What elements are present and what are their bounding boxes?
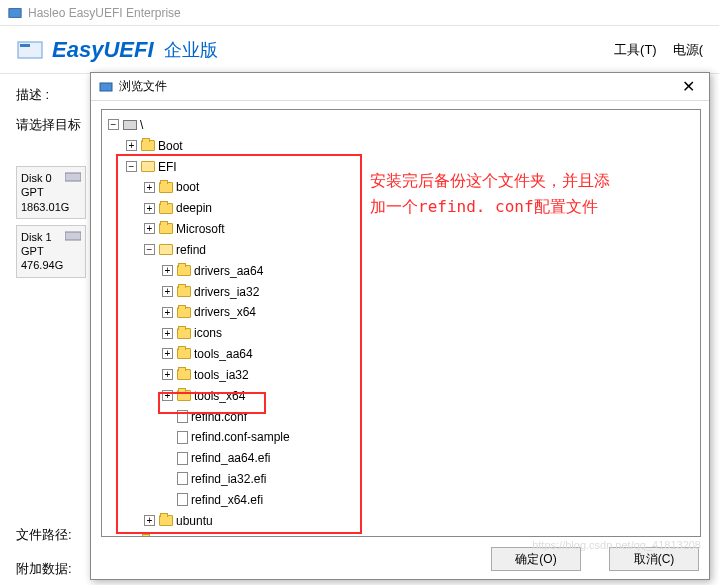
expander-icon[interactable]: − <box>108 119 119 130</box>
brand-edition: 企业版 <box>164 38 218 62</box>
drive-icon <box>123 120 137 130</box>
folder-icon <box>177 286 191 297</box>
expander-icon[interactable]: + <box>144 223 155 234</box>
file-icon <box>177 493 188 506</box>
tree-tools-x64[interactable]: +tools_x64 <box>162 385 694 406</box>
expander-icon[interactable]: + <box>162 328 173 339</box>
folder-icon <box>141 536 155 537</box>
browse-dialog: 浏览文件 ✕ −\ +Boot −EFI +boot +deepin <box>90 72 710 580</box>
svg-rect-3 <box>65 173 81 181</box>
disk-item-0[interactable]: Disk 0 GPT 1863.01G <box>16 166 86 219</box>
expander-icon[interactable]: + <box>162 348 173 359</box>
folder-icon <box>177 369 191 380</box>
expander-icon[interactable]: + <box>162 369 173 380</box>
tree-icons[interactable]: +icons <box>162 322 694 343</box>
svg-rect-4 <box>65 232 81 240</box>
label-extradata: 附加数据: <box>16 560 72 578</box>
folder-icon <box>159 182 173 193</box>
app-header: EasyUEFI 企业版 工具(T) 电源( <box>0 26 719 74</box>
cancel-button[interactable]: 取消(C) <box>609 547 699 571</box>
tree-refind-ia32-efi[interactable]: refind_ia32.efi <box>162 468 694 489</box>
folder-icon <box>177 348 191 359</box>
folder-icon <box>177 390 191 401</box>
folder-icon <box>159 203 173 214</box>
tree-view[interactable]: −\ +Boot −EFI +boot +deepin +Microsoft −… <box>101 109 701 537</box>
file-icon <box>177 431 188 444</box>
tree-refind-x64-efi[interactable]: refind_x64.efi <box>162 489 694 510</box>
folder-open-icon <box>141 161 155 172</box>
folder-icon <box>177 265 191 276</box>
expander-icon[interactable]: + <box>144 515 155 526</box>
tree-refind-conf-sample[interactable]: refind.conf-sample <box>162 426 694 447</box>
tree-drivers-aa64[interactable]: +drivers_aa64 <box>162 260 694 281</box>
expander-icon[interactable]: − <box>144 244 155 255</box>
menu-bar: 工具(T) 电源( <box>614 41 703 59</box>
expander-icon[interactable]: + <box>162 390 173 401</box>
svg-rect-2 <box>20 44 30 47</box>
folder-icon <box>177 328 191 339</box>
folder-icon <box>177 307 191 318</box>
expander-icon[interactable]: + <box>126 140 137 151</box>
label-filepath: 文件路径: <box>16 526 72 544</box>
expander-icon[interactable]: − <box>126 161 137 172</box>
ok-button[interactable]: 确定(O) <box>491 547 581 571</box>
tree-refind-aa64-efi[interactable]: refind_aa64.efi <box>162 447 694 468</box>
disk-icon <box>65 230 81 242</box>
disk-size: 1863.01G <box>21 200 81 214</box>
tree-tools-ia32[interactable]: +tools_ia32 <box>162 364 694 385</box>
logo-icon <box>16 36 44 64</box>
tree-drivers-x64[interactable]: +drivers_x64 <box>162 301 694 322</box>
tree-sysvol[interactable]: +System Volume Information <box>126 531 694 537</box>
dialog-titlebar: 浏览文件 ✕ <box>91 73 709 101</box>
disk-list: Disk 0 GPT 1863.01G Disk 1 GPT 476.94G <box>16 166 86 284</box>
app-icon <box>8 6 22 20</box>
folder-open-icon <box>159 244 173 255</box>
brand-name: EasyUEFI <box>52 37 154 63</box>
label-target: 请选择目标 <box>16 116 92 134</box>
menu-power[interactable]: 电源( <box>673 41 703 59</box>
disk-icon <box>65 171 81 183</box>
disk-type: GPT <box>21 244 81 258</box>
expander-icon[interactable]: + <box>162 265 173 276</box>
disk-item-1[interactable]: Disk 1 GPT 476.94G <box>16 225 86 278</box>
annotation-text: 安装完后备份这个文件夹，并且添 加一个refind. conf配置文件 <box>370 168 700 219</box>
brand: EasyUEFI 企业版 <box>16 36 218 64</box>
tree-efi-microsoft[interactable]: +Microsoft <box>144 218 694 239</box>
expander-icon[interactable]: + <box>144 182 155 193</box>
expander-icon[interactable]: + <box>144 203 155 214</box>
file-icon <box>177 472 188 485</box>
file-icon <box>177 410 188 423</box>
label-desc: 描述 : <box>16 86 92 104</box>
close-icon[interactable]: ✕ <box>676 77 701 96</box>
svg-rect-5 <box>100 83 112 91</box>
main-titlebar: Hasleo EasyUEFI Enterprise <box>0 0 719 26</box>
main-window: Hasleo EasyUEFI Enterprise EasyUEFI 企业版 … <box>0 0 719 585</box>
tree-refind-conf[interactable]: refind.conf <box>162 406 694 427</box>
dialog-icon <box>99 80 113 94</box>
disk-size: 476.94G <box>21 258 81 272</box>
disk-type: GPT <box>21 185 81 199</box>
tree-efi-refind[interactable]: −refind +drivers_aa64 +drivers_ia32 +dri… <box>144 239 694 510</box>
file-icon <box>177 452 188 465</box>
main-title-text: Hasleo EasyUEFI Enterprise <box>28 6 181 20</box>
expander-icon[interactable]: + <box>162 286 173 297</box>
tree-tools-aa64[interactable]: +tools_aa64 <box>162 343 694 364</box>
menu-tools[interactable]: 工具(T) <box>614 41 657 59</box>
dialog-title: 浏览文件 <box>119 78 167 95</box>
tree-boot[interactable]: +Boot <box>126 135 694 156</box>
folder-icon <box>141 140 155 151</box>
folder-icon <box>159 515 173 526</box>
tree-efi-ubuntu[interactable]: +ubuntu <box>144 510 694 531</box>
tree-drivers-ia32[interactable]: +drivers_ia32 <box>162 281 694 302</box>
folder-icon <box>159 223 173 234</box>
expander-icon[interactable]: + <box>126 536 137 537</box>
dialog-buttons: 确定(O) 取消(C) <box>491 547 699 571</box>
expander-icon[interactable]: + <box>162 307 173 318</box>
svg-rect-0 <box>9 8 21 17</box>
